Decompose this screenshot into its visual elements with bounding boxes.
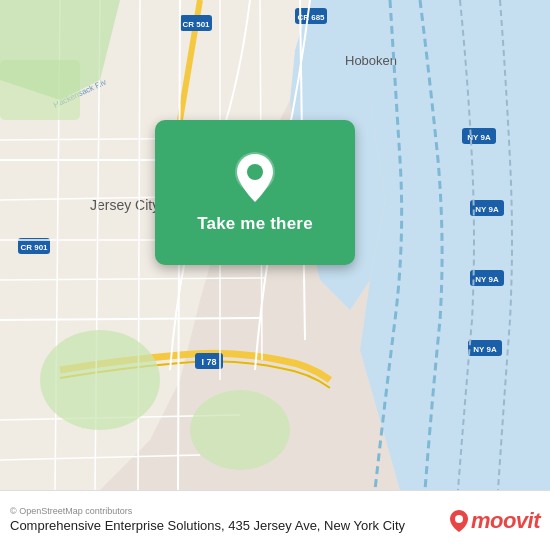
svg-text:NY 9A: NY 9A [475, 275, 499, 284]
svg-text:NY 9A: NY 9A [473, 345, 497, 354]
take-me-there-card[interactable]: Take me there [155, 120, 355, 265]
svg-text:Jersey City: Jersey City [90, 197, 159, 213]
moovit-pin-icon [449, 509, 469, 533]
svg-text:CR 501: CR 501 [182, 20, 210, 29]
svg-text:I 78: I 78 [201, 357, 216, 367]
bottom-info: © OpenStreetMap contributors Comprehensi… [10, 506, 449, 535]
location-pin-icon [233, 152, 277, 204]
svg-point-43 [247, 164, 263, 180]
svg-text:NY 9A: NY 9A [475, 205, 499, 214]
osm-attribution: © OpenStreetMap contributors [10, 506, 449, 516]
svg-text:Hoboken: Hoboken [345, 53, 397, 68]
take-me-there-label: Take me there [197, 214, 313, 234]
map-container: I 78 CR 501 CR 685 CR 901 NY 9A NY 9A NY… [0, 0, 550, 490]
moovit-brand-text: moovit [471, 508, 540, 534]
svg-point-44 [455, 515, 463, 523]
svg-text:CR 685: CR 685 [297, 13, 325, 22]
svg-point-39 [190, 390, 290, 470]
address-text: Comprehensive Enterprise Solutions, 435 … [10, 518, 449, 535]
svg-text:CR 901: CR 901 [20, 243, 48, 252]
bottom-bar: © OpenStreetMap contributors Comprehensi… [0, 490, 550, 550]
svg-marker-1 [360, 0, 550, 490]
moovit-logo: moovit [449, 508, 540, 534]
svg-point-38 [40, 330, 160, 430]
